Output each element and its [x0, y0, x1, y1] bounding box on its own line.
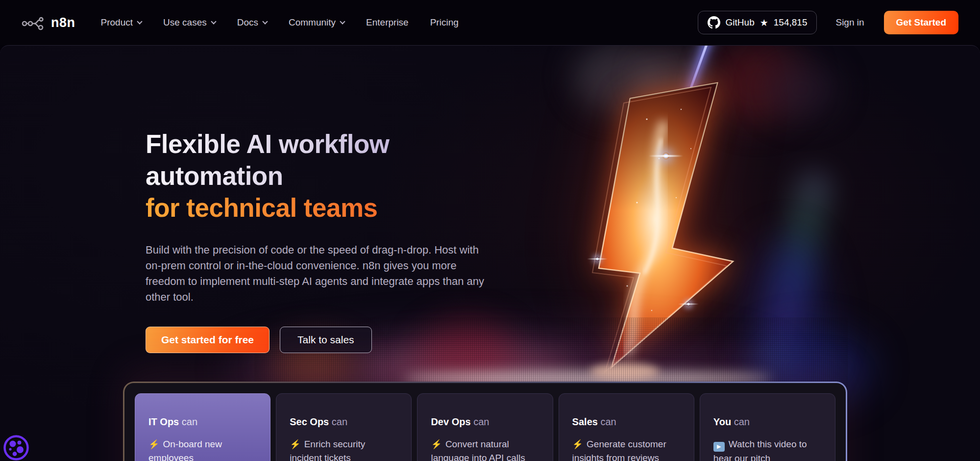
card-text: Generate customer insights from reviews: [572, 439, 666, 461]
github-star-count: 154,815: [774, 17, 808, 28]
persona-card-sales[interactable]: Sales can ⚡Generate customer insights fr…: [559, 393, 694, 461]
nav-item-use-cases[interactable]: Use cases: [163, 17, 216, 28]
hero-description: Build with the precision of code or the …: [146, 242, 489, 305]
get-started-free-button[interactable]: Get started for free: [146, 327, 270, 353]
card-audience: You: [713, 416, 731, 427]
dark-smoke: [764, 60, 838, 119]
card-audience: Sec Ops: [290, 416, 329, 427]
card-text: Convert natural language into API calls: [431, 439, 525, 461]
star-icon: ★: [760, 17, 768, 28]
zap-icon: ⚡: [431, 439, 441, 449]
hero-content: Flexible AI workflow automation for tech…: [146, 128, 508, 353]
n8n-logo[interactable]: n8n: [22, 15, 75, 30]
card-suffix: can: [600, 416, 616, 427]
main-nav: Product Use cases Docs Community Enterpr…: [101, 17, 459, 28]
title-line-1: Flexible AI workflow automation: [146, 128, 508, 192]
cookie-consent-widget[interactable]: [3, 435, 29, 461]
card-text: On-board new employees: [148, 439, 222, 461]
card-audience: Sales: [572, 416, 598, 427]
nav-item-community[interactable]: Community: [289, 17, 344, 28]
talk-to-sales-button[interactable]: Talk to sales: [280, 327, 372, 353]
card-text: Watch this video to hear our pitch: [713, 439, 807, 461]
persona-card-dev-ops[interactable]: Dev Ops can ⚡Convert natural language in…: [417, 393, 553, 461]
persona-cards-row: IT Ops can ⚡On-board new employees Sec O…: [124, 383, 846, 461]
n8n-logo-icon: [22, 15, 45, 30]
sparkle-glint: [686, 302, 690, 306]
github-stars-button[interactable]: GitHub ★ 154,815: [698, 11, 817, 34]
sparkle-glint: [595, 257, 599, 261]
persona-card-sec-ops[interactable]: Sec Ops can ⚡Enrich security incident ti…: [276, 393, 412, 461]
chevron-down-icon: [340, 19, 345, 24]
nav-item-enterprise[interactable]: Enterprise: [366, 17, 409, 28]
card-suffix: can: [182, 416, 197, 427]
card-audience: Dev Ops: [431, 416, 470, 427]
nav-item-pricing[interactable]: Pricing: [430, 17, 459, 28]
cookie-icon: [3, 435, 29, 461]
persona-card-you[interactable]: You can ▶Watch this video to hear our pi…: [700, 393, 835, 461]
zap-icon: ⚡: [148, 439, 159, 449]
page-title: Flexible AI workflow automation for tech…: [146, 128, 508, 224]
chevron-down-icon: [262, 19, 268, 24]
github-icon: [708, 16, 720, 29]
title-line-2: for technical teams: [146, 192, 508, 224]
sign-in-link[interactable]: Sign in: [835, 17, 864, 28]
play-icon: ▶: [713, 442, 725, 452]
nav-item-product[interactable]: Product: [101, 17, 142, 28]
nav-right-group: GitHub ★ 154,815 Sign in Get Started: [698, 11, 958, 34]
github-label: GitHub: [726, 17, 755, 28]
card-text: Enrich security incident tickets: [290, 439, 365, 461]
hero-cta-group: Get started for free Talk to sales: [146, 327, 508, 353]
card-suffix: can: [473, 416, 489, 427]
zap-icon: ⚡: [290, 439, 300, 449]
chevron-down-icon: [137, 19, 142, 24]
card-audience: IT Ops: [148, 416, 179, 427]
get-started-button[interactable]: Get Started: [884, 11, 958, 34]
chevron-down-icon: [211, 19, 216, 24]
nav-item-docs[interactable]: Docs: [237, 17, 267, 28]
card-suffix: can: [734, 416, 750, 427]
top-navbar: n8n Product Use cases Docs Community Ent…: [0, 0, 980, 45]
persona-cards-panel: IT Ops can ⚡On-board new employees Sec O…: [123, 382, 847, 461]
sparkle-glint: [662, 153, 669, 159]
persona-card-it-ops[interactable]: IT Ops can ⚡On-board new employees: [135, 393, 270, 461]
logo-wordmark: n8n: [51, 15, 75, 30]
card-suffix: can: [332, 416, 347, 427]
zap-icon: ⚡: [572, 439, 583, 449]
